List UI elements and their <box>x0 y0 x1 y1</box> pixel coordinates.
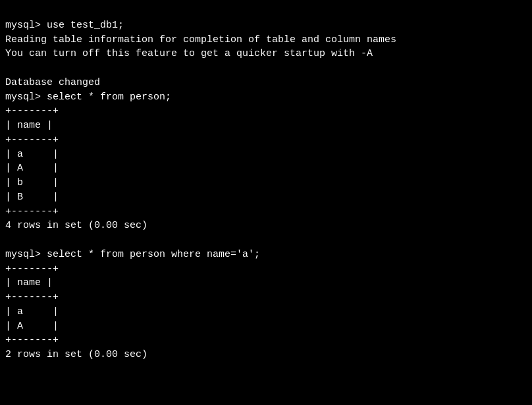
terminal-line: | B | <box>5 190 527 205</box>
terminal-line: You can turn off this feature to get a q… <box>5 47 527 61</box>
terminal-line <box>5 61 527 76</box>
terminal-line: mysql> select * from person; <box>5 90 527 105</box>
terminal-line: +-------+ <box>5 290 527 305</box>
terminal-line: | A | <box>5 319 527 334</box>
terminal-line: +-------+ <box>5 104 527 119</box>
terminal-line: Reading table information for completion… <box>5 33 527 47</box>
terminal-line: 2 rows in set (0.00 sec) <box>5 348 527 362</box>
terminal-line: 4 rows in set (0.00 sec) <box>5 219 527 233</box>
terminal-line: | name | <box>5 119 527 133</box>
terminal-line: Database changed <box>5 76 527 90</box>
terminal-line: +-------+ <box>5 133 527 148</box>
terminal-window[interactable]: mysql> use test_db1;Reading table inform… <box>0 0 532 405</box>
terminal-line: mysql> select * from person where name='… <box>5 248 527 262</box>
terminal-line <box>5 233 527 248</box>
terminal-line: | b | <box>5 176 527 190</box>
terminal-line: +-------+ <box>5 333 527 348</box>
terminal-line: mysql> use test_db1; <box>5 18 527 33</box>
terminal-line: | a | <box>5 305 527 319</box>
terminal-line: +-------+ <box>5 205 527 219</box>
terminal-line: | A | <box>5 161 527 176</box>
terminal-line <box>5 362 527 377</box>
terminal-line: | a | <box>5 148 527 162</box>
terminal-line: | name | <box>5 276 527 290</box>
terminal-line: +-------+ <box>5 262 527 277</box>
